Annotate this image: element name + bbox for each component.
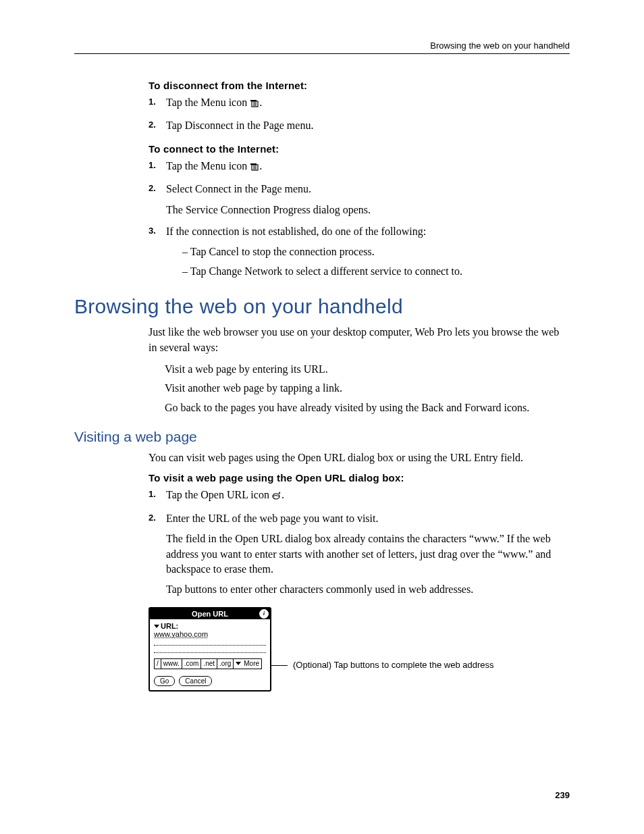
sub-step: – Tap Change Network to select a differe…: [182, 264, 570, 279]
menu-icon: [250, 97, 259, 111]
cancel-button[interactable]: Cancel: [179, 676, 212, 686]
step: 2. Enter the URL of the web page you wan…: [149, 511, 570, 598]
step: 1. Tap the Open URL icon .: [149, 488, 570, 504]
url-field[interactable]: www.yahoo.com: [154, 630, 208, 638]
step: 1. Tap the Menu icon .: [149, 159, 570, 175]
step-number: 3.: [149, 225, 156, 237]
step-text: Tap the Menu icon: [166, 97, 250, 108]
step-tail: .: [281, 489, 284, 500]
procedure-title-connect: To connect to the Internet:: [149, 143, 570, 155]
running-header: Browsing the web on your handheld: [74, 41, 570, 54]
open-url-icon: [272, 489, 281, 504]
step-text: If the connection is not established, do…: [166, 226, 426, 237]
step-number: 2.: [149, 119, 156, 131]
shortcut-button-row: / www. .com .net .org More: [154, 658, 266, 669]
procedure-title-openurl: To visit a web page using the Open URL d…: [149, 472, 570, 484]
subsection-heading: Visiting a web page: [74, 429, 570, 445]
step-text: Tap the Open URL icon: [166, 489, 272, 500]
com-button[interactable]: .com: [182, 658, 202, 669]
net-button[interactable]: .net: [201, 658, 217, 669]
bullet-item: Visit a web page by entering its URL.: [165, 362, 570, 377]
step-followup: Tap buttons to enter other characters co…: [166, 582, 570, 597]
section-heading: Browsing the web on your handheld: [74, 295, 570, 318]
step-followup: The field in the Open URL dialog box alr…: [166, 531, 570, 577]
step: 1. Tap the Menu icon .: [149, 95, 570, 111]
step-text: Tap the Menu icon: [166, 160, 250, 172]
svg-point-10: [273, 494, 279, 499]
step-number: 1.: [149, 96, 156, 108]
step-number: 1.: [149, 159, 156, 172]
slash-button[interactable]: /: [154, 658, 161, 669]
menu-icon: [250, 160, 259, 175]
step-number: 1.: [149, 488, 156, 500]
www-button[interactable]: www.: [161, 658, 182, 669]
dialog-title-bar: Open URL i: [150, 608, 270, 619]
open-url-dialog: Open URL i URL: www.yahoo.com / www. .co…: [149, 607, 271, 692]
intro-paragraph: Just like the web browser you use on you…: [149, 325, 570, 355]
step: 3. If the connection is not established,…: [149, 224, 570, 279]
step-text: Tap Disconnect in the Page menu.: [166, 120, 313, 131]
input-line[interactable]: [154, 647, 266, 653]
procedure-title-disconnect: To disconnect from the Internet:: [149, 80, 570, 91]
bullet-item: Visit another web page by tapping a link…: [165, 381, 570, 396]
more-button[interactable]: More: [234, 658, 262, 669]
step: 2. Select Connect in the Page menu. The …: [149, 182, 570, 217]
url-label: URL:: [161, 622, 178, 630]
go-button[interactable]: Go: [154, 676, 175, 686]
callout-text: (Optional) Tap buttons to complete the w…: [293, 659, 494, 671]
org-button[interactable]: .org: [217, 658, 234, 669]
sub-step: – Tap Cancel to stop the connection proc…: [182, 244, 570, 259]
step-tail: .: [259, 160, 262, 172]
chevron-down-icon: [236, 662, 241, 665]
step-number: 2.: [149, 182, 156, 194]
step-number: 2.: [149, 512, 156, 524]
step-text: Select Connect in the Page menu.: [166, 183, 311, 194]
callout-leader-line: [271, 665, 288, 666]
page-number: 239: [555, 790, 570, 800]
dialog-title-text: Open URL: [192, 610, 228, 618]
body-paragraph: You can visit web pages using the Open U…: [149, 450, 570, 465]
dropdown-icon[interactable]: [154, 625, 159, 628]
info-icon[interactable]: i: [259, 609, 269, 619]
input-line[interactable]: [154, 640, 266, 646]
step-text: Enter the URL of the web page you want t…: [166, 513, 378, 524]
step-tail: .: [259, 97, 262, 108]
step-followup: The Service Connection Progress dialog o…: [166, 203, 570, 217]
step: 2. Tap Disconnect in the Page menu.: [149, 118, 570, 133]
bullet-item: Go back to the pages you have already vi…: [165, 400, 570, 415]
